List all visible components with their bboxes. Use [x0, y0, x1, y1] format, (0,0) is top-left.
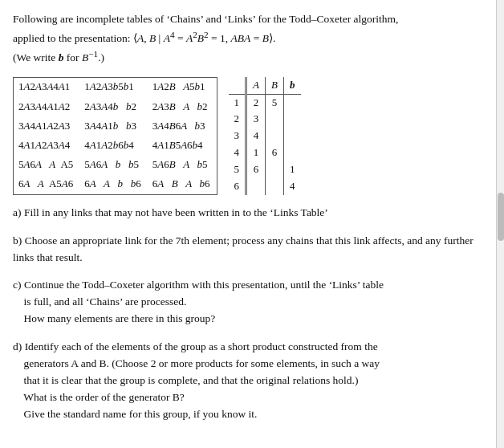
question-c-label: c)	[13, 279, 24, 291]
question-c-line1: Continue the Todd–Coxeter algorithm with…	[24, 279, 384, 291]
cell: 5A6A b b5	[79, 155, 147, 174]
intro-line2: applied to the presentation: ⟨A, B | A4 …	[13, 32, 275, 44]
intro-paragraph: Following are incomplete tables of ‘Chai…	[13, 11, 491, 66]
coset-row-num: 2	[229, 111, 246, 128]
cell: 4A1A2A3A4	[14, 136, 80, 155]
question-a-label: a)	[13, 206, 24, 218]
coset-cell	[266, 111, 284, 128]
cell: 2A3A4b b2	[79, 97, 147, 116]
cell: 1A2B A5b1	[148, 77, 217, 97]
coset-cell	[284, 94, 301, 111]
coset-cell: 1	[246, 145, 266, 161]
question-b-label: b)	[13, 234, 25, 246]
scrollbar-thumb[interactable]	[498, 193, 504, 241]
question-b-text: Choose an appropriate link for the 7th e…	[13, 234, 474, 263]
coset-cell: 3	[246, 111, 266, 128]
cell: 6A B A b6	[148, 174, 217, 194]
coset-row-num: 1	[229, 94, 246, 111]
question-c-line2: is full, and all ‘Chains’ are processed.	[24, 295, 187, 307]
coset-row-num: 4	[229, 145, 246, 161]
question-d-line4: What is the order of the generator B?	[23, 391, 185, 403]
coset-row-4: 4 1 6	[229, 145, 301, 161]
coset-cell: 4	[284, 178, 301, 195]
intro-line1: Following are incomplete tables of ‘Chai…	[13, 13, 398, 25]
coset-cell: 6	[246, 161, 266, 178]
cell: 5A6B A b5	[148, 155, 217, 174]
table-row: 2A3A4A1A2 2A3A4b b2 2A3B A b2	[14, 97, 217, 116]
coset-row-5: 5 6 1	[229, 161, 301, 178]
coset-cell	[246, 178, 266, 195]
coset-cell: 2	[246, 94, 266, 111]
coset-row-num: 6	[229, 178, 246, 195]
coset-row-2: 2 3	[229, 111, 301, 128]
cell: 3A4A1A2A3	[14, 116, 80, 136]
coset-cell	[266, 161, 284, 178]
question-d-line5: Give the standard name for this group, i…	[24, 408, 258, 420]
cell: 6A A A5A6	[14, 174, 80, 194]
col-header-empty	[229, 77, 246, 94]
coset-cell: 1	[284, 161, 301, 178]
coset-row-1: 1 2 5	[229, 94, 301, 111]
questions-section: a) Fill in any links that may not have b…	[13, 205, 491, 423]
cell: 2A3A4A1A2	[14, 97, 80, 116]
chains-links-table: 1A2A3A4A1 1A2A3b5b1 1A2B A5b1 2A3A4A1A2 …	[13, 77, 217, 195]
coset-cell	[266, 178, 284, 195]
coset-row-num: 3	[229, 128, 246, 145]
cell: 1A2A3b5b1	[79, 77, 147, 97]
question-d-label: d)	[13, 340, 25, 352]
cell: 2A3B A b2	[148, 97, 217, 116]
coset-row-num: 5	[229, 161, 246, 178]
coset-cell: 4	[246, 128, 266, 145]
coset-cell	[284, 111, 301, 128]
main-content-area: 1A2A3A4A1 1A2A3b5b1 1A2B A5b1 2A3A4A1A2 …	[13, 77, 491, 195]
question-d-line1: Identify each of the elements of the gro…	[25, 340, 378, 352]
question-b: b) Choose an appropriate link for the 7t…	[13, 233, 491, 267]
cell: 6A A b b6	[79, 174, 147, 194]
question-c-line3: How many elements are there in this grou…	[24, 312, 216, 324]
question-c: c) Continue the Todd–Coxeter algorithm w…	[13, 277, 491, 328]
table-row: 4A1A2A3A4 4A1A2b6b4 4A1B5A6b4	[14, 136, 217, 155]
coset-cell: 6	[266, 145, 284, 161]
coset-cell	[284, 128, 301, 145]
col-header-b: b	[284, 77, 301, 94]
intro-line3: (We write b for B−1.)	[13, 51, 104, 63]
col-header-A: A	[246, 77, 266, 94]
coset-row-3: 3 4	[229, 128, 301, 145]
cell: 3A4B6A b3	[148, 116, 217, 136]
col-header-B: B	[266, 77, 284, 94]
coset-table: A B b 1 2 5 2 3 3 4	[229, 77, 301, 195]
coset-header-row: A B b	[229, 77, 301, 94]
scrollbar[interactable]	[496, 0, 504, 448]
question-a: a) Fill in any links that may not have b…	[13, 205, 491, 222]
coset-cell	[284, 145, 301, 161]
cell: 3A4A1b b3	[79, 116, 147, 136]
cell: 4A1B5A6b4	[148, 136, 217, 155]
coset-row-6: 6 4	[229, 178, 301, 195]
question-d: d) Identify each of the elements of the …	[13, 339, 491, 423]
question-d-line3: that it is clear that the group is compl…	[24, 374, 359, 386]
cell: 1A2A3A4A1	[14, 77, 80, 97]
table-row: 1A2A3A4A1 1A2A3b5b1 1A2B A5b1	[14, 77, 217, 97]
table-row: 5A6A A A5 5A6A b b5 5A6B A b5	[14, 155, 217, 174]
table-row: 3A4A1A2A3 3A4A1b b3 3A4B6A b3	[14, 116, 217, 136]
question-d-line2: generators A and B. (Choose 2 or more pr…	[24, 357, 380, 369]
coset-cell	[266, 128, 284, 145]
cell: 5A6A A A5	[14, 155, 80, 174]
question-a-text: Fill in any links that may not have been…	[24, 206, 328, 218]
coset-cell: 5	[266, 94, 284, 111]
cell: 4A1A2b6b4	[79, 136, 147, 155]
table-row: 6A A A5A6 6A A b b6 6A B A b6	[14, 174, 217, 194]
